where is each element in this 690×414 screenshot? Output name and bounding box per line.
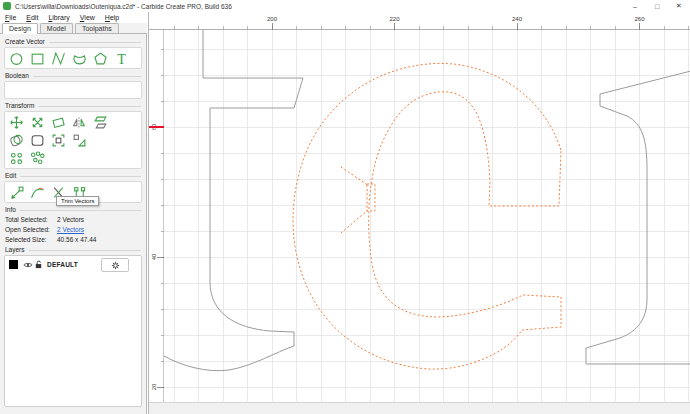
tooltip-trim-vectors: Trim Vectors — [56, 196, 99, 206]
transform-label: Transform — [5, 102, 34, 109]
maximize-button[interactable]: □ — [646, 0, 668, 12]
main-tabs: Design Model Toolpaths — [0, 23, 147, 34]
letter-outline-left[interactable] — [164, 30, 303, 371]
svg-text:260: 260 — [634, 16, 645, 22]
transform-toolbox — [4, 111, 142, 169]
tab-design[interactable]: Design — [2, 23, 38, 34]
horizontal-ruler: 200220240260 — [164, 12, 690, 30]
polygon-icon[interactable] — [92, 50, 109, 66]
fair-curve-icon[interactable] — [29, 184, 46, 200]
edit-label: Edit — [5, 172, 16, 179]
rectangle-icon[interactable] — [29, 50, 46, 66]
resize-icon[interactable] — [71, 132, 88, 148]
create-vector-label: Create Vector — [5, 38, 45, 45]
info-open-selected: Open Selected: 2 Vectors — [5, 226, 141, 233]
design-canvas[interactable] — [164, 30, 690, 402]
create-vector-toolbox: T — [4, 47, 142, 69]
svg-text:220: 220 — [389, 16, 400, 22]
skew-icon[interactable] — [92, 114, 109, 130]
offset-icon[interactable] — [8, 132, 25, 148]
menu-edit[interactable]: Edit — [21, 14, 43, 21]
align-icon[interactable] — [50, 132, 67, 148]
menu-help[interactable]: Help — [100, 14, 124, 21]
menu-library[interactable]: Library — [43, 14, 74, 21]
vertical-ruler-label: 20 — [151, 383, 157, 390]
vertical-ruler: 604020 — [149, 30, 164, 402]
svg-text:200: 200 — [267, 16, 278, 22]
svg-text:T: T — [117, 51, 126, 65]
info-total-selected: Total Selected: 2 Vectors — [5, 216, 141, 223]
circular-array-icon[interactable] — [8, 150, 25, 166]
menu-file[interactable]: File — [0, 14, 21, 21]
layer-settings-button[interactable] — [101, 258, 129, 272]
scale-icon[interactable] — [29, 114, 46, 130]
layers-list: DEFAULT — [4, 255, 142, 407]
menu-bar: File Edit Library View Help — [0, 12, 148, 23]
selected-letter-c[interactable] — [293, 63, 561, 369]
svg-text:240: 240 — [512, 16, 523, 22]
curve-icon[interactable] — [71, 50, 88, 66]
open-vectors-link[interactable]: 2 Vectors — [57, 226, 84, 233]
layer-row-default[interactable]: DEFAULT — [7, 258, 139, 271]
canvas-area: 200220240260 604020 — [148, 12, 690, 414]
layers-label: Layers — [5, 246, 25, 253]
window-title: C:\Users\willa\Downloads\Outeniqua.c2d* … — [15, 3, 232, 10]
polyline-icon[interactable] — [50, 50, 67, 66]
circle-icon[interactable] — [8, 50, 25, 66]
tab-toolpaths[interactable]: Toolpaths — [75, 23, 119, 33]
visibility-eye-icon[interactable] — [22, 260, 33, 270]
canvas-bottom-strip — [149, 402, 690, 414]
info-label: Info — [5, 206, 16, 213]
vertical-ruler-label: 40 — [151, 253, 157, 260]
text-icon[interactable]: T — [113, 50, 130, 66]
close-button[interactable]: ✕ — [668, 0, 690, 12]
fillet-icon[interactable] — [29, 132, 46, 148]
layer-name: DEFAULT — [47, 261, 78, 268]
app-window: C:\Users\willa\Downloads\Outeniqua.c2d* … — [0, 0, 690, 414]
letter-outline-right[interactable] — [586, 71, 690, 364]
selected-notch-rect[interactable] — [367, 184, 375, 211]
info-selected-size: Selected Size: 40.56 x 47.44 — [5, 236, 141, 243]
boolean-label: Boolean — [5, 72, 29, 79]
ruler-corner — [149, 12, 164, 30]
lock-icon[interactable] — [33, 260, 44, 270]
edit-nodes-icon[interactable] — [8, 184, 25, 200]
app-icon — [3, 2, 11, 10]
layer-color-swatch[interactable] — [9, 260, 18, 269]
gear-icon — [111, 261, 120, 270]
minimize-button[interactable]: – — [624, 0, 646, 12]
rotate-icon[interactable] — [50, 114, 67, 130]
menu-view[interactable]: View — [75, 14, 100, 21]
boolean-toolbox — [4, 81, 142, 99]
mirror-icon[interactable] — [71, 114, 88, 130]
tab-model[interactable]: Model — [40, 23, 73, 33]
move-icon[interactable] — [8, 114, 25, 130]
linear-array-icon[interactable] — [29, 150, 46, 166]
design-panel: Create Vector T Boolean Transform — [0, 34, 147, 414]
